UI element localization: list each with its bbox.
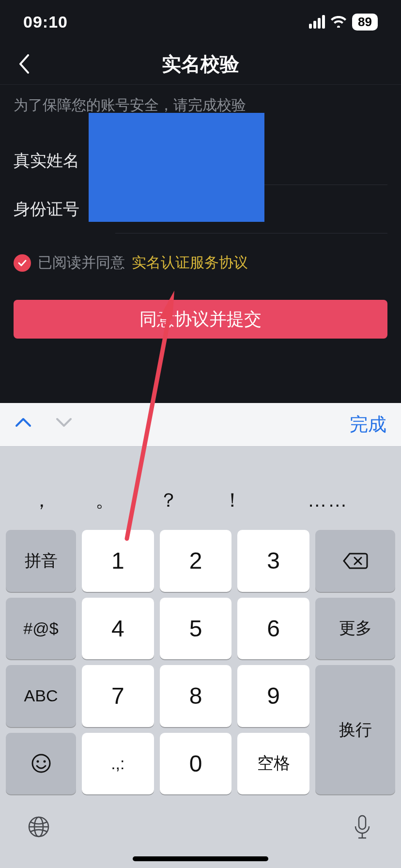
key-backspace[interactable]	[315, 530, 395, 592]
key-dot-comma-colon[interactable]: .,:	[82, 733, 154, 795]
battery-indicator: 89	[352, 14, 378, 31]
key-exclaim[interactable]: ！	[200, 487, 264, 513]
backspace-icon	[343, 552, 368, 570]
status-indicators: 89	[309, 14, 378, 31]
keyboard: 完成 ， 。 ？ ！ …… 拼音 1 2 3 #@$ 4 5 6 更多 ABC …	[0, 403, 401, 868]
key-8[interactable]: 8	[160, 665, 232, 727]
redaction-overlay	[89, 113, 264, 222]
agreement-checkbox[interactable]	[14, 254, 31, 272]
svg-point-2	[32, 755, 50, 772]
globe-icon	[27, 815, 51, 839]
cellular-signal-icon	[309, 15, 325, 29]
key-3[interactable]: 3	[237, 530, 309, 592]
keyboard-done-button[interactable]: 完成	[350, 412, 386, 437]
check-icon	[17, 258, 27, 268]
agreement-link[interactable]: 实名认证服务协议	[132, 253, 248, 273]
chevron-down-icon	[55, 416, 73, 429]
key-space[interactable]: 空格	[237, 733, 309, 795]
agreement-prefix: 已阅读并同意	[38, 253, 125, 273]
agreement-row: 已阅读并同意 实名认证服务协议	[0, 233, 401, 286]
key-2[interactable]: 2	[160, 530, 232, 592]
submit-button-label: 同意协议并提交	[139, 308, 262, 331]
submit-button[interactable]: 同意协议并提交	[14, 300, 387, 339]
keyboard-prev-field[interactable]	[15, 416, 32, 434]
svg-point-3	[36, 760, 39, 763]
wifi-icon	[331, 16, 346, 28]
key-4[interactable]: 4	[82, 598, 154, 660]
home-indicator[interactable]	[133, 856, 268, 861]
key-7[interactable]: 7	[82, 665, 154, 727]
chevron-left-icon	[18, 54, 30, 74]
key-pinyin[interactable]: 拼音	[6, 530, 76, 592]
chevron-up-icon	[15, 416, 32, 429]
keyboard-mic-button[interactable]	[348, 812, 377, 841]
keyboard-globe-button[interactable]	[24, 812, 53, 841]
svg-rect-8	[359, 816, 366, 829]
key-question[interactable]: ？	[137, 487, 200, 513]
key-emoji[interactable]	[6, 733, 76, 795]
keyboard-spacer	[0, 447, 401, 476]
key-period[interactable]: 。	[73, 487, 137, 513]
page-title: 实名校验	[162, 51, 239, 78]
battery-percent: 89	[356, 15, 374, 30]
key-return[interactable]: 换行	[315, 665, 395, 794]
key-1[interactable]: 1	[82, 530, 154, 592]
keyboard-grid: 拼音 1 2 3 #@$ 4 5 6 更多 ABC 7 8 9 换行	[0, 524, 401, 800]
key-abc[interactable]: ABC	[6, 665, 76, 727]
key-symbols[interactable]: #@$	[6, 598, 76, 660]
keyboard-punct-row: ， 。 ？ ！ ……	[0, 476, 401, 524]
status-time: 09:10	[23, 13, 68, 31]
key-comma[interactable]: ，	[10, 487, 73, 513]
microphone-icon	[353, 814, 372, 840]
emoji-icon	[31, 753, 52, 774]
key-more[interactable]: 更多	[315, 598, 395, 660]
key-0[interactable]: 0	[160, 733, 232, 795]
key-ellipsis[interactable]: ……	[264, 489, 391, 511]
svg-point-4	[43, 760, 46, 763]
status-bar: 09:10 89	[0, 0, 401, 44]
nav-bar: 实名校验	[0, 44, 401, 85]
key-9[interactable]: 9	[237, 665, 309, 727]
back-button[interactable]	[10, 49, 39, 78]
keyboard-next-field[interactable]	[55, 416, 73, 434]
key-6[interactable]: 6	[237, 598, 309, 660]
keyboard-accessory-bar: 完成	[0, 403, 401, 447]
key-5[interactable]: 5	[160, 598, 232, 660]
